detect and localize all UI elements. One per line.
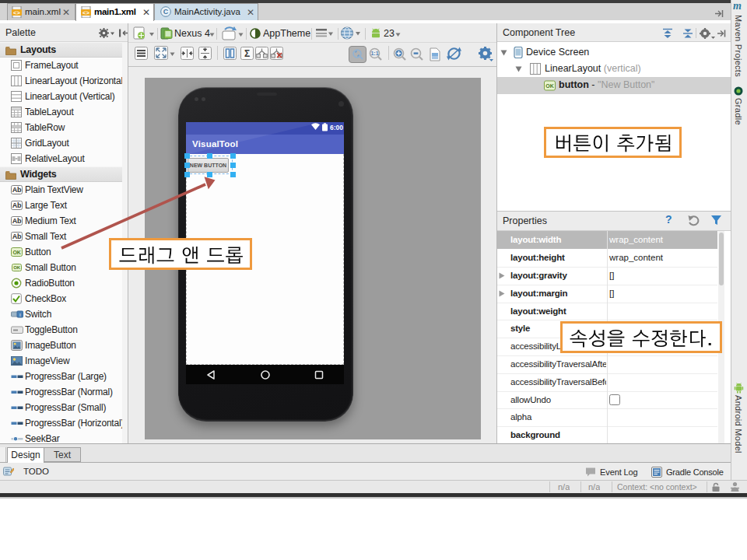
svg-text:C: C bbox=[163, 8, 169, 16]
svg-text:OK: OK bbox=[13, 265, 20, 270]
svg-text:<>: <> bbox=[13, 9, 20, 16]
svg-text:6:00: 6:00 bbox=[330, 124, 343, 131]
svg-text:Ab: Ab bbox=[12, 186, 22, 194]
svg-text:OK: OK bbox=[12, 250, 20, 255]
svg-text:Σ: Σ bbox=[244, 48, 250, 59]
svg-text:Ab: Ab bbox=[12, 233, 22, 240]
svg-text:<>: <> bbox=[82, 9, 89, 16]
svg-text:OK: OK bbox=[545, 83, 554, 89]
svg-text:Ab: Ab bbox=[12, 201, 22, 209]
svg-text:Ab: Ab bbox=[12, 217, 22, 225]
svg-text:1:1: 1:1 bbox=[370, 51, 378, 56]
